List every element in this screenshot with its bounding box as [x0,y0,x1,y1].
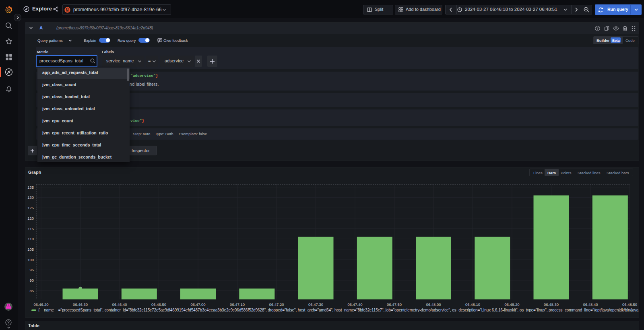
svg-text:06:47:10: 06:47:10 [230,302,245,307]
svg-text:06:46:50: 06:46:50 [151,302,166,307]
svg-text:120: 120 [27,216,34,221]
svg-text:06:47:40: 06:47:40 [348,302,363,307]
svg-text:105: 105 [27,247,34,252]
svg-text:100: 100 [27,258,34,262]
svg-text:06:46:30: 06:46:30 [73,302,88,307]
svg-text:125: 125 [27,206,34,210]
svg-text:06:48:00: 06:48:00 [426,302,441,307]
svg-text:06:47:00: 06:47:00 [191,302,206,307]
svg-text:115: 115 [28,227,34,231]
svg-text:06:48:50: 06:48:50 [622,302,637,307]
svg-text:110: 110 [28,237,34,241]
svg-text:85: 85 [29,289,34,293]
svg-text:06:48:40: 06:48:40 [583,302,598,307]
svg-text:06:48:30: 06:48:30 [544,302,559,307]
svg-text:06:46:20: 06:46:20 [34,302,49,307]
svg-text:06:47:20: 06:47:20 [269,302,284,307]
svg-text:135: 135 [27,185,34,190]
svg-text:06:48:20: 06:48:20 [505,302,520,307]
svg-text:06:47:50: 06:47:50 [387,302,402,307]
svg-text:90: 90 [29,278,34,283]
svg-text:06:47:30: 06:47:30 [308,302,323,307]
svg-text:130: 130 [27,195,34,200]
svg-text:06:48:10: 06:48:10 [465,302,480,307]
svg-text:06:46:40: 06:46:40 [112,302,127,307]
svg-text:95: 95 [29,268,34,272]
